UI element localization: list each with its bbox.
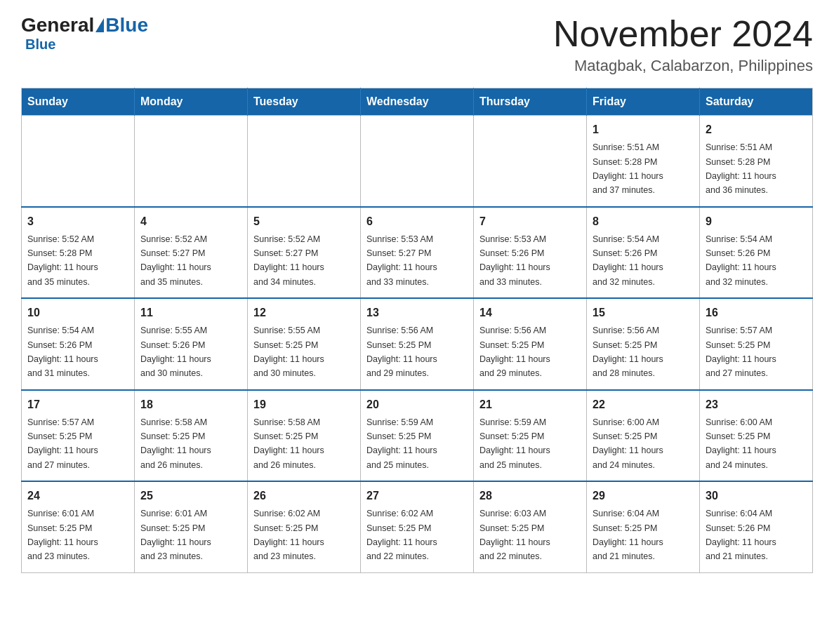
calendar-cell: 4Sunrise: 5:52 AM Sunset: 5:27 PM Daylig… — [135, 207, 248, 299]
day-number: 21 — [479, 396, 581, 413]
day-number: 20 — [366, 396, 468, 413]
day-info: Sunrise: 5:54 AM Sunset: 5:26 PM Dayligh… — [27, 326, 98, 378]
calendar-cell: 7Sunrise: 5:53 AM Sunset: 5:26 PM Daylig… — [474, 207, 587, 299]
day-info: Sunrise: 5:52 AM Sunset: 5:27 PM Dayligh… — [253, 234, 324, 287]
day-info: Sunrise: 5:51 AM Sunset: 5:28 PM Dayligh… — [706, 142, 776, 195]
calendar-cell: 30Sunrise: 6:04 AM Sunset: 5:26 PM Dayli… — [700, 481, 813, 572]
logo: General Blue Blue — [21, 14, 148, 53]
calendar-cell: 17Sunrise: 5:57 AM Sunset: 5:25 PM Dayli… — [22, 390, 135, 482]
day-info: Sunrise: 6:04 AM Sunset: 5:26 PM Dayligh… — [706, 509, 776, 561]
logo-blue: Blue — [105, 14, 148, 36]
day-number: 16 — [706, 304, 807, 321]
calendar-cell: 29Sunrise: 6:04 AM Sunset: 5:25 PM Dayli… — [587, 481, 700, 572]
day-info: Sunrise: 5:58 AM Sunset: 5:25 PM Dayligh… — [140, 417, 211, 470]
day-info: Sunrise: 5:59 AM Sunset: 5:25 PM Dayligh… — [366, 417, 437, 470]
calendar-cell: 10Sunrise: 5:54 AM Sunset: 5:26 PM Dayli… — [22, 298, 135, 390]
calendar-table: SundayMondayTuesdayWednesdayThursdayFrid… — [21, 88, 813, 573]
calendar-cell: 26Sunrise: 6:02 AM Sunset: 5:25 PM Dayli… — [248, 481, 361, 572]
day-info: Sunrise: 5:54 AM Sunset: 5:26 PM Dayligh… — [706, 234, 776, 287]
day-number: 25 — [140, 488, 241, 504]
day-info: Sunrise: 5:54 AM Sunset: 5:26 PM Dayligh… — [593, 234, 663, 287]
calendar-cell: 11Sunrise: 5:55 AM Sunset: 5:26 PM Dayli… — [135, 298, 248, 390]
day-number: 10 — [27, 304, 128, 321]
calendar-cell — [22, 116, 135, 207]
day-info: Sunrise: 6:02 AM Sunset: 5:25 PM Dayligh… — [253, 509, 324, 561]
day-info: Sunrise: 5:57 AM Sunset: 5:25 PM Dayligh… — [27, 417, 98, 470]
weekday-header-row: SundayMondayTuesdayWednesdayThursdayFrid… — [22, 88, 813, 116]
day-info: Sunrise: 6:00 AM Sunset: 5:25 PM Dayligh… — [593, 417, 663, 470]
calendar-cell: 16Sunrise: 5:57 AM Sunset: 5:25 PM Dayli… — [700, 298, 813, 390]
day-number: 29 — [593, 488, 694, 504]
day-number: 15 — [593, 304, 694, 321]
calendar-cell: 14Sunrise: 5:56 AM Sunset: 5:25 PM Dayli… — [474, 298, 587, 390]
calendar-cell: 19Sunrise: 5:58 AM Sunset: 5:25 PM Dayli… — [248, 390, 361, 482]
day-number: 2 — [706, 121, 807, 138]
day-info: Sunrise: 5:53 AM Sunset: 5:27 PM Dayligh… — [366, 234, 437, 287]
day-info: Sunrise: 6:01 AM Sunset: 5:25 PM Dayligh… — [27, 509, 98, 561]
day-info: Sunrise: 5:53 AM Sunset: 5:26 PM Dayligh… — [479, 234, 550, 287]
calendar-title: November 2024 — [553, 14, 813, 54]
calendar-week-row: 1Sunrise: 5:51 AM Sunset: 5:28 PM Daylig… — [22, 116, 813, 207]
day-number: 6 — [366, 213, 468, 230]
calendar-cell: 2Sunrise: 5:51 AM Sunset: 5:28 PM Daylig… — [700, 116, 813, 207]
day-info: Sunrise: 6:02 AM Sunset: 5:25 PM Dayligh… — [366, 509, 437, 561]
calendar-cell: 22Sunrise: 6:00 AM Sunset: 5:25 PM Dayli… — [587, 390, 700, 482]
calendar-cell: 20Sunrise: 5:59 AM Sunset: 5:25 PM Dayli… — [361, 390, 474, 482]
day-number: 17 — [27, 396, 128, 413]
calendar-cell: 3Sunrise: 5:52 AM Sunset: 5:28 PM Daylig… — [22, 207, 135, 299]
day-info: Sunrise: 5:56 AM Sunset: 5:25 PM Dayligh… — [593, 326, 663, 378]
logo-general: General — [21, 14, 94, 36]
day-number: 24 — [27, 488, 128, 504]
calendar-cell: 6Sunrise: 5:53 AM Sunset: 5:27 PM Daylig… — [361, 207, 474, 299]
day-number: 13 — [366, 304, 468, 321]
weekday-header-wednesday: Wednesday — [361, 88, 474, 116]
calendar-header: SundayMondayTuesdayWednesdayThursdayFrid… — [22, 88, 813, 116]
day-number: 11 — [140, 304, 241, 321]
calendar-cell — [248, 116, 361, 207]
calendar-cell: 9Sunrise: 5:54 AM Sunset: 5:26 PM Daylig… — [700, 207, 813, 299]
day-number: 19 — [253, 396, 355, 413]
title-block: November 2024 Matagbak, Calabarzon, Phil… — [553, 14, 813, 75]
calendar-cell: 5Sunrise: 5:52 AM Sunset: 5:27 PM Daylig… — [248, 207, 361, 299]
day-info: Sunrise: 5:58 AM Sunset: 5:25 PM Dayligh… — [253, 417, 324, 470]
weekday-header-friday: Friday — [587, 88, 700, 116]
page-header: General Blue Blue November 2024 Matagbak… — [21, 14, 813, 75]
calendar-cell: 18Sunrise: 5:58 AM Sunset: 5:25 PM Dayli… — [135, 390, 248, 482]
day-number: 4 — [140, 213, 241, 230]
calendar-week-row: 17Sunrise: 5:57 AM Sunset: 5:25 PM Dayli… — [22, 390, 813, 482]
day-info: Sunrise: 6:00 AM Sunset: 5:25 PM Dayligh… — [706, 417, 776, 470]
day-number: 22 — [593, 396, 694, 413]
calendar-cell: 12Sunrise: 5:55 AM Sunset: 5:25 PM Dayli… — [248, 298, 361, 390]
day-number: 9 — [706, 213, 807, 230]
day-number: 7 — [479, 213, 581, 230]
calendar-cell: 8Sunrise: 5:54 AM Sunset: 5:26 PM Daylig… — [587, 207, 700, 299]
calendar-cell: 1Sunrise: 5:51 AM Sunset: 5:28 PM Daylig… — [587, 116, 700, 207]
calendar-cell — [135, 116, 248, 207]
calendar-cell: 21Sunrise: 5:59 AM Sunset: 5:25 PM Dayli… — [474, 390, 587, 482]
day-info: Sunrise: 6:04 AM Sunset: 5:25 PM Dayligh… — [593, 509, 663, 561]
day-number: 1 — [593, 121, 694, 138]
logo-triangle-icon — [95, 18, 104, 32]
day-number: 30 — [706, 488, 807, 504]
day-info: Sunrise: 6:03 AM Sunset: 5:25 PM Dayligh… — [479, 509, 550, 561]
calendar-week-row: 3Sunrise: 5:52 AM Sunset: 5:28 PM Daylig… — [22, 207, 813, 299]
day-number: 8 — [593, 213, 694, 230]
day-info: Sunrise: 5:59 AM Sunset: 5:25 PM Dayligh… — [479, 417, 550, 470]
day-info: Sunrise: 5:56 AM Sunset: 5:25 PM Dayligh… — [366, 326, 437, 378]
day-number: 14 — [479, 304, 581, 321]
day-info: Sunrise: 5:56 AM Sunset: 5:25 PM Dayligh… — [479, 326, 550, 378]
calendar-cell: 23Sunrise: 6:00 AM Sunset: 5:25 PM Dayli… — [700, 390, 813, 482]
day-info: Sunrise: 5:55 AM Sunset: 5:26 PM Dayligh… — [140, 326, 211, 378]
calendar-cell: 25Sunrise: 6:01 AM Sunset: 5:25 PM Dayli… — [135, 481, 248, 572]
calendar-cell: 13Sunrise: 5:56 AM Sunset: 5:25 PM Dayli… — [361, 298, 474, 390]
day-number: 27 — [366, 488, 468, 504]
day-number: 12 — [253, 304, 355, 321]
calendar-cell: 27Sunrise: 6:02 AM Sunset: 5:25 PM Dayli… — [361, 481, 474, 572]
day-number: 5 — [253, 213, 355, 230]
day-info: Sunrise: 5:52 AM Sunset: 5:28 PM Dayligh… — [27, 234, 98, 287]
calendar-cell — [361, 116, 474, 207]
day-number: 28 — [479, 488, 581, 504]
day-info: Sunrise: 6:01 AM Sunset: 5:25 PM Dayligh… — [140, 509, 211, 561]
day-info: Sunrise: 5:52 AM Sunset: 5:27 PM Dayligh… — [140, 234, 211, 287]
logo-underline: Blue — [25, 36, 55, 53]
